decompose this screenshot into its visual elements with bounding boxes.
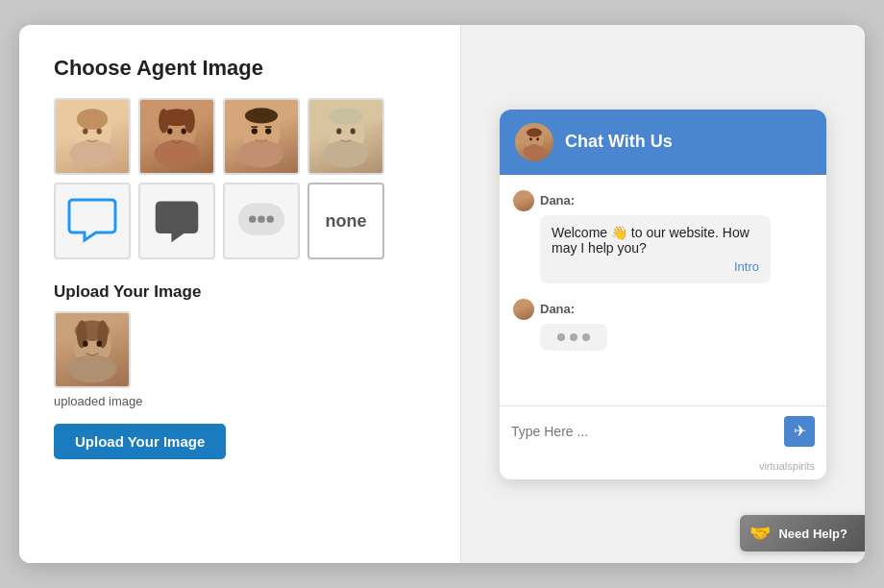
svg-point-38 — [529, 137, 532, 140]
svg-point-14 — [239, 140, 284, 168]
typing-indicator — [540, 324, 607, 351]
svg-point-23 — [351, 128, 356, 134]
chat-sender-avatar-2 — [513, 299, 534, 320]
svg-rect-18 — [265, 126, 272, 128]
chat-header-avatar — [515, 123, 553, 161]
svg-point-39 — [536, 137, 539, 140]
chat-widget: Chat With Us Dana: Welcome 👋 to our webs… — [500, 110, 826, 479]
agent-cell-2[interactable] — [138, 98, 215, 175]
svg-point-25 — [249, 215, 256, 222]
agent-cell-none[interactable]: none — [307, 183, 384, 259]
chat-sender-avatar-1 — [513, 190, 534, 211]
svg-point-3 — [83, 128, 87, 134]
chat-sender-2: Dana: — [513, 299, 813, 320]
svg-point-37 — [523, 144, 545, 158]
svg-point-16 — [265, 128, 271, 134]
svg-point-2 — [70, 140, 115, 168]
upload-image-button[interactable]: Upload Your Image — [54, 424, 226, 459]
svg-point-20 — [329, 108, 363, 125]
svg-point-9 — [155, 140, 200, 168]
chat-sender-1: Dana: — [513, 190, 813, 211]
svg-point-22 — [336, 128, 341, 134]
send-icon: ✈ — [794, 422, 806, 440]
agent-cell-icon-chat-solid[interactable] — [138, 183, 215, 259]
svg-point-7 — [159, 109, 169, 133]
svg-point-15 — [252, 128, 258, 134]
uploaded-image-label: uploaded image — [54, 394, 430, 408]
chat-input[interactable] — [511, 424, 776, 439]
agent-grid: none — [54, 98, 430, 259]
typing-dot-3 — [582, 333, 590, 341]
chat-body: Dana: Welcome 👋 to our website. How may … — [500, 175, 826, 405]
svg-point-8 — [184, 109, 195, 133]
agent-cell-3[interactable] — [223, 98, 300, 175]
svg-point-13 — [245, 108, 278, 123]
svg-point-21 — [324, 140, 369, 168]
intro-link[interactable]: Intro — [552, 259, 759, 274]
typing-dot-2 — [570, 333, 577, 341]
svg-point-34 — [97, 341, 102, 347]
left-panel: Choose Agent Image — [19, 25, 461, 563]
section-title: Choose Agent Image — [54, 56, 430, 81]
chat-message-1: Dana: Welcome 👋 to our website. How may … — [513, 190, 813, 283]
chat-powered-by: virtualspirits — [500, 456, 826, 479]
svg-point-11 — [182, 128, 186, 134]
agent-cell-1[interactable] — [54, 98, 131, 175]
svg-point-36 — [527, 128, 542, 136]
upload-title: Upload Your Image — [54, 282, 430, 302]
need-help-icon: 🤝 — [749, 523, 771, 544]
agent-cell-icon-dots[interactable] — [223, 183, 300, 259]
svg-point-27 — [267, 215, 274, 222]
chat-message-2: Dana: — [513, 299, 813, 351]
chat-bubble-1: Welcome 👋 to our website. How may I help… — [540, 215, 771, 283]
svg-point-4 — [97, 128, 102, 134]
typing-dot-1 — [557, 333, 565, 341]
svg-point-32 — [68, 355, 116, 382]
chat-header-title: Chat With Us — [565, 132, 673, 152]
chat-footer: ✈ — [500, 405, 826, 456]
svg-rect-17 — [251, 126, 258, 128]
agent-cell-4[interactable] — [307, 98, 384, 175]
svg-point-1 — [77, 109, 108, 130]
upload-section: Upload Your Image uploaded image Upload … — [54, 282, 430, 459]
need-help-button[interactable]: 🤝 Need Help? — [740, 515, 865, 551]
agent-cell-icon-chat-outline[interactable] — [54, 183, 131, 259]
chat-send-button[interactable]: ✈ — [784, 416, 815, 447]
svg-point-33 — [83, 341, 87, 347]
uploaded-preview — [54, 311, 131, 388]
svg-point-26 — [258, 215, 264, 222]
chat-header: Chat With Us — [500, 110, 826, 175]
right-panel: Chat With Us Dana: Welcome 👋 to our webs… — [461, 25, 865, 563]
svg-point-10 — [167, 128, 172, 134]
